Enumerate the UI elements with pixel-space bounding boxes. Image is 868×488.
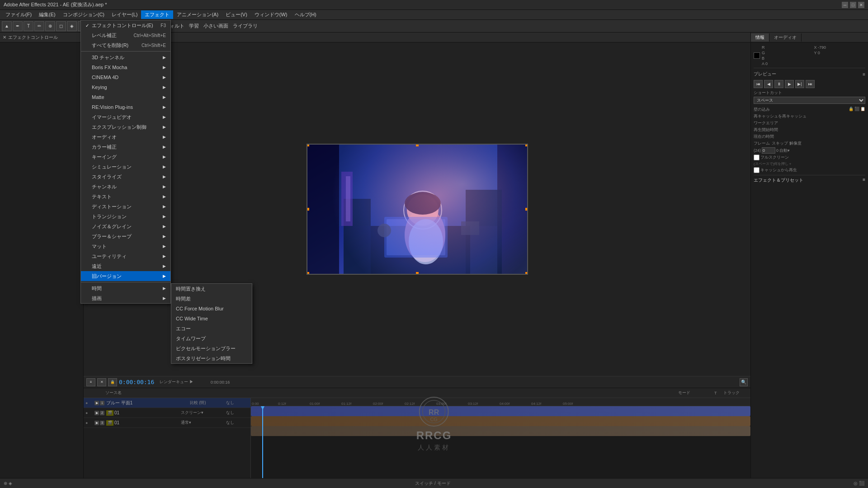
menu-noise-grain[interactable]: ノイズ＆グレイン ▶ bbox=[81, 221, 170, 231]
handle-lc[interactable] bbox=[307, 208, 309, 211]
menu-audio[interactable]: オーディオ ▶ bbox=[81, 132, 170, 142]
layer-row[interactable]: ● ▶ 1 ブルー 平面1 比較 (明) なし bbox=[84, 398, 250, 408]
tab-audio[interactable]: オーディオ bbox=[769, 33, 802, 42]
menu-time[interactable]: 時間 ▶ bbox=[81, 283, 170, 293]
close-button[interactable]: ✕ bbox=[858, 2, 864, 8]
menu-3d-channel[interactable]: 3D チャンネル ▶ bbox=[81, 52, 170, 62]
menu-layer[interactable]: レイヤー(L) bbox=[108, 10, 141, 19]
menu-file[interactable]: ファイル(F) bbox=[2, 10, 35, 19]
render-queue-btn[interactable]: ≡ bbox=[86, 378, 95, 386]
handle-bc[interactable] bbox=[416, 272, 419, 275]
menu-view[interactable]: ビュー(V) bbox=[222, 10, 251, 19]
submenu-posterize-time[interactable]: ポスタリゼーション時間 bbox=[171, 353, 252, 363]
watermark: RR CG RRCG 人人素材 bbox=[416, 396, 452, 452]
toolbar-roto[interactable]: ◈ bbox=[67, 21, 77, 31]
menu-utility[interactable]: ユーティリティ ▶ bbox=[81, 251, 170, 261]
menu-channel[interactable]: チャンネル ▶ bbox=[81, 182, 170, 192]
toolbar-text[interactable]: T bbox=[24, 21, 33, 31]
menu-revision[interactable]: RE:Vision Plug-ins ▶ bbox=[81, 102, 170, 112]
right-panel: 情報 オーディオ R X -790 G Y 0 B A 0 bbox=[750, 33, 868, 478]
layer-row[interactable]: ● ▶ 2 🎬 01 スクリーン▾ なし bbox=[84, 408, 250, 418]
pb-next[interactable]: ▶| bbox=[795, 80, 804, 88]
submenu-time-remap[interactable]: 時間置き換え bbox=[171, 284, 252, 294]
embed-icon: 🔒 bbox=[849, 107, 854, 113]
submenu-pixel-motion[interactable]: ピクセルモーションブラー bbox=[171, 343, 252, 353]
bottom-bar: ⊕ ◈ スイッチ / モード ◎ ⬛ bbox=[0, 478, 868, 488]
menu-expression[interactable]: エクスプレッション制御 ▶ bbox=[81, 122, 170, 132]
tc-close[interactable]: ✕ bbox=[97, 378, 106, 386]
handle-tr[interactable] bbox=[525, 144, 528, 146]
frame-input[interactable] bbox=[762, 147, 775, 154]
handle-rc[interactable] bbox=[525, 208, 528, 211]
toolbar-clone[interactable]: ⊕ bbox=[45, 21, 55, 31]
rgba-section: R X -790 G Y 0 B A 0 bbox=[754, 45, 865, 66]
current-time[interactable]: 0:00:00:16 bbox=[119, 379, 154, 385]
layer-row[interactable]: ● ▶ 3 🎬 01 通常▾ なし bbox=[84, 418, 250, 428]
menu-cinema4d[interactable]: CINEMA 4D ▶ bbox=[81, 72, 170, 82]
left-panel-content bbox=[0, 42, 83, 46]
timeline-search[interactable]: 🔍 bbox=[740, 378, 748, 386]
minimize-button[interactable]: ─ bbox=[842, 2, 848, 8]
submenu-cc-force-mb[interactable]: CC Force Motion Blur bbox=[171, 304, 252, 314]
toolbar-eraser[interactable]: ◻ bbox=[56, 21, 66, 31]
menu-boris-mocha[interactable]: Boris FX Mocha ▶ bbox=[81, 62, 170, 72]
right-panel-tabs: 情報 オーディオ bbox=[751, 33, 868, 42]
menu-blur-sharp[interactable]: ブラー＆シャープ ▶ bbox=[81, 231, 170, 241]
pb-last[interactable]: ⏭ bbox=[806, 80, 815, 88]
submenu-cc-wide-time[interactable]: CC Wide Time bbox=[171, 314, 252, 324]
menu-levels[interactable]: レベル補正 Ctrl+Alt+Shift+E bbox=[81, 30, 170, 40]
handle-tl[interactable] bbox=[307, 144, 309, 146]
tc-lock[interactable]: 🔒 bbox=[108, 378, 117, 386]
handle-tc[interactable] bbox=[416, 144, 419, 146]
shortcut-select[interactable]: スペース bbox=[754, 97, 865, 104]
submenu-echo[interactable]: エコー bbox=[171, 324, 252, 333]
menu-image-video[interactable]: イマージュビデオ ▶ bbox=[81, 112, 170, 122]
pb-first[interactable]: ⏮ bbox=[754, 80, 763, 88]
toolbar-brush[interactable]: ✏ bbox=[34, 21, 44, 31]
menu-distortion[interactable]: ディストーション ▶ bbox=[81, 202, 170, 211]
handle-br[interactable] bbox=[525, 272, 528, 275]
menu-legacy[interactable]: 旧バージョン ▶ bbox=[81, 271, 170, 281]
toolbar-pen[interactable]: ✒ bbox=[13, 21, 23, 31]
menu-remove-all[interactable]: すべてを削除(R) Ctrl+Shift+E bbox=[81, 40, 170, 50]
col-source-name: ソース名 bbox=[104, 390, 676, 396]
fullscreen-check[interactable]: フルスクリーン bbox=[754, 155, 865, 160]
menu-window[interactable]: ウィンドウ(W) bbox=[251, 10, 291, 19]
menu-transition[interactable]: トランジション ▶ bbox=[81, 211, 170, 221]
menu-color-correct[interactable]: カラー補正 ▶ bbox=[81, 142, 170, 152]
menu-effect-controls[interactable]: ✓ エフェクトコントロール(E) F3 bbox=[81, 20, 170, 30]
menu-stylize[interactable]: スタイライズ ▶ bbox=[81, 172, 170, 182]
menu-simulation[interactable]: シミュレーション ▶ bbox=[81, 162, 170, 172]
menu-animation[interactable]: アニメーション(A) bbox=[173, 10, 222, 19]
maximize-button[interactable]: □ bbox=[850, 2, 856, 8]
left-panel-tab: ✕ エフェクトコントロール bbox=[0, 33, 83, 42]
submenu-time-diff[interactable]: 時間差 bbox=[171, 294, 252, 304]
menu-help[interactable]: ヘルプ(H) bbox=[291, 10, 320, 19]
tc-status: レンダーキュー ▶ bbox=[160, 379, 193, 385]
pb-prev[interactable]: ◀ bbox=[764, 80, 773, 88]
preview-overlay bbox=[307, 145, 527, 274]
handle-bl[interactable] bbox=[307, 272, 309, 275]
menu-text[interactable]: テキスト ▶ bbox=[81, 192, 170, 202]
menu-draw[interactable]: 描画 ▶ bbox=[81, 293, 170, 303]
tab-info[interactable]: 情報 bbox=[751, 33, 769, 42]
effects-presets-section: エフェクト＆プリセット ≡ bbox=[754, 175, 865, 183]
menu-effects[interactable]: エフェクト bbox=[141, 10, 173, 19]
cache-from-check[interactable]: キャッシュから再生 bbox=[754, 167, 865, 173]
submenu-timewarp[interactable]: タイムワープ bbox=[171, 333, 252, 343]
pb-stop[interactable]: ⏸ bbox=[774, 80, 783, 88]
menu-perspective[interactable]: 遠近 ▶ bbox=[81, 261, 170, 271]
timeline-layers: ● ▶ 1 ブルー 平面1 比較 (明) なし ● bbox=[84, 398, 251, 478]
pb-play[interactable]: ▶ bbox=[785, 80, 794, 88]
menu-matte[interactable]: Matte ▶ bbox=[81, 92, 170, 102]
recache-btn[interactable]: 再キャッシュを再キャッシュ bbox=[754, 113, 865, 119]
menu-matte-jp[interactable]: マット ▶ bbox=[81, 241, 170, 251]
menu-composition[interactable]: コンポジション(C) bbox=[59, 10, 108, 19]
svg-text:RR: RR bbox=[429, 408, 439, 416]
toolbar-select[interactable]: ▲ bbox=[2, 21, 12, 31]
menu-edit[interactable]: 編集(E) bbox=[35, 10, 59, 19]
menu-keying-jp[interactable]: キーイング ▶ bbox=[81, 152, 170, 162]
right-panel-content: R X -790 G Y 0 B A 0 プレビュー ≡ bbox=[751, 42, 868, 478]
title-bar: Adobe After Effects 2021 - AE (変換済み).aep… bbox=[0, 0, 868, 10]
menu-keying[interactable]: Keying ▶ bbox=[81, 82, 170, 92]
